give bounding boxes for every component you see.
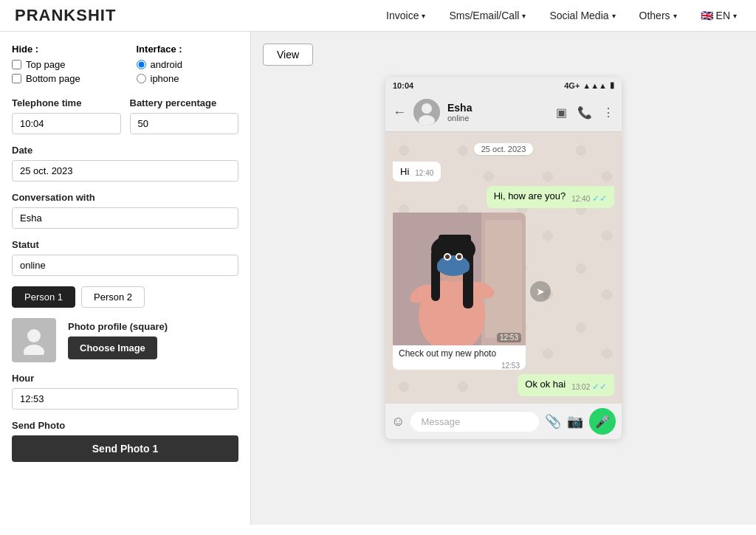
person2-tab[interactable]: Person 2 bbox=[81, 286, 145, 308]
camera-icon[interactable]: 📷 bbox=[567, 413, 583, 429]
hide-label: Hide : bbox=[12, 44, 114, 55]
photo-content: 12:53 bbox=[393, 213, 526, 345]
back-arrow-icon[interactable]: ← bbox=[393, 105, 406, 120]
android-label: android bbox=[151, 59, 182, 70]
msg-time: 12:40 bbox=[415, 169, 433, 177]
person-tabs: Person 1 Person 2 bbox=[12, 286, 238, 308]
statut-input[interactable] bbox=[12, 255, 238, 276]
msg-time: 13:02 ✓✓ bbox=[571, 382, 607, 392]
svg-rect-18 bbox=[437, 260, 470, 272]
nav-others[interactable]: Others ▾ bbox=[635, 7, 681, 24]
top-page-checkbox-row[interactable]: Top page bbox=[12, 59, 114, 70]
svg-point-3 bbox=[422, 103, 432, 114]
top-page-label: Top page bbox=[26, 59, 66, 70]
view-button[interactable]: View bbox=[263, 44, 313, 66]
time-battery-section: Telephone time Battery percentage bbox=[12, 97, 238, 134]
sidebar: Hide : Top page Bottom page Interface : … bbox=[0, 32, 251, 525]
status-time: 10:04 bbox=[393, 81, 413, 90]
attach-icon[interactable]: 📎 bbox=[545, 413, 561, 429]
phone-mockup: 10:04 4G+ ▲▲▲ ▮ ← Esha bbox=[385, 77, 622, 439]
hide-interface-section: Hide : Top page Bottom page Interface : … bbox=[12, 44, 238, 87]
statut-label: Statut bbox=[12, 239, 238, 250]
android-radio[interactable] bbox=[137, 60, 146, 69]
emoji-icon[interactable]: ☺ bbox=[391, 414, 405, 429]
mic-icon: 🎤 bbox=[595, 415, 610, 429]
hide-col: Hide : Top page Bottom page bbox=[12, 44, 114, 87]
msg-text: Hi, how are you? bbox=[494, 190, 566, 201]
chat-header: ← Esha online ▣ 📞 ⋮ bbox=[385, 93, 622, 132]
preview-area: View 10:04 4G+ ▲▲▲ ▮ ← bbox=[251, 32, 756, 525]
send-photo-button[interactable]: Send Photo 1 bbox=[12, 435, 238, 462]
photo-bubble: 12:53 Check out my new photo 12:53 bbox=[393, 213, 526, 370]
svg-rect-7 bbox=[485, 220, 522, 338]
msg-text: Hi bbox=[400, 166, 409, 177]
photo-caption: Check out my new photo 12:53 bbox=[393, 345, 526, 360]
more-options-icon[interactable]: ⋮ bbox=[602, 106, 614, 120]
nav-invoice[interactable]: Invoice ▾ bbox=[382, 7, 430, 24]
svg-point-21 bbox=[445, 255, 450, 259]
avatar-icon bbox=[19, 325, 49, 355]
signal-icon: 4G+ bbox=[564, 81, 580, 90]
forward-icon[interactable]: ➤ bbox=[530, 281, 551, 302]
flag-icon: 🇬🇧 bbox=[701, 10, 713, 21]
iphone-label: iphone bbox=[151, 73, 179, 84]
svg-rect-14 bbox=[431, 249, 440, 301]
hour-label: Hour bbox=[12, 373, 238, 384]
hour-input[interactable] bbox=[12, 388, 238, 410]
chat-input-field[interactable]: Message bbox=[410, 412, 539, 432]
date-label: Date bbox=[12, 145, 238, 156]
iphone-radio-row[interactable]: iphone bbox=[137, 73, 239, 84]
status-icons: 4G+ ▲▲▲ ▮ bbox=[564, 80, 614, 90]
caption-time: 12:53 bbox=[501, 362, 520, 370]
nav-lang[interactable]: 🇬🇧 EN ▾ bbox=[696, 7, 741, 24]
photo-profile-section: Photo profile (square) Choose Image bbox=[12, 318, 238, 362]
message-how-are-you: Hi, how are you? 12:40 ✓✓ bbox=[393, 186, 614, 208]
phone-call-icon[interactable]: 📞 bbox=[577, 106, 592, 120]
social-dropdown-arrow: ▾ bbox=[612, 12, 616, 20]
mic-button[interactable]: 🎤 bbox=[589, 408, 616, 435]
msg-text: Ok ok hai bbox=[525, 379, 566, 390]
date-section: Date bbox=[12, 145, 238, 182]
sms-dropdown-arrow: ▾ bbox=[522, 12, 526, 20]
nav-sms[interactable]: Sms/Email/Call ▾ bbox=[444, 7, 530, 24]
bottom-page-checkbox-row[interactable]: Bottom page bbox=[12, 73, 114, 84]
top-page-checkbox[interactable] bbox=[12, 60, 21, 69]
date-input[interactable] bbox=[12, 160, 238, 182]
battery-icon: ▮ bbox=[610, 80, 614, 90]
chat-input-bar: ☺ Message 📎 📷 🎤 bbox=[385, 404, 622, 439]
telephone-time-col: Telephone time bbox=[12, 97, 121, 134]
choose-image-button[interactable]: Choose Image bbox=[68, 336, 157, 359]
wifi-icon: ▲▲▲ bbox=[583, 81, 607, 90]
hour-section: Hour bbox=[12, 373, 238, 410]
iphone-radio[interactable] bbox=[137, 74, 146, 83]
conversation-label: Conversation with bbox=[12, 192, 238, 203]
contact-name: Esha bbox=[447, 102, 549, 114]
battery-label: Battery percentage bbox=[130, 97, 239, 108]
contact-status: online bbox=[447, 114, 549, 122]
message-hi: Hi 12:40 bbox=[393, 162, 614, 182]
telephone-time-input[interactable] bbox=[12, 113, 121, 134]
battery-input[interactable] bbox=[130, 113, 239, 134]
message-photo: 12:53 Check out my new photo 12:53 ➤ bbox=[393, 213, 614, 370]
nav-social[interactable]: Social Media ▾ bbox=[545, 7, 619, 24]
invoice-dropdown-arrow: ▾ bbox=[422, 12, 425, 20]
send-photo-title: Send Photo bbox=[12, 420, 238, 431]
logo: PRANKSHIT bbox=[15, 6, 116, 25]
main-nav: Invoice ▾ Sms/Email/Call ▾ Social Media … bbox=[382, 7, 741, 24]
svg-rect-16 bbox=[439, 235, 471, 257]
bottom-page-checkbox[interactable] bbox=[12, 74, 21, 83]
svg-point-22 bbox=[457, 255, 461, 259]
battery-col: Battery percentage bbox=[130, 97, 239, 134]
android-radio-row[interactable]: android bbox=[137, 59, 239, 70]
message-ok: Ok ok hai 13:02 ✓✓ bbox=[393, 374, 614, 396]
video-call-icon[interactable]: ▣ bbox=[556, 106, 567, 120]
statut-section: Statut bbox=[12, 239, 238, 276]
profile-avatar bbox=[12, 318, 56, 362]
main-content: Hide : Top page Bottom page Interface : … bbox=[0, 32, 756, 525]
person1-tab[interactable]: Person 1 bbox=[12, 286, 75, 308]
bubble-ok: Ok ok hai 13:02 ✓✓ bbox=[518, 374, 614, 396]
conversation-input[interactable] bbox=[12, 207, 238, 229]
svg-point-0 bbox=[27, 329, 41, 342]
double-check-icon: ✓✓ bbox=[592, 382, 607, 392]
msg-time: 12:40 ✓✓ bbox=[571, 193, 607, 204]
